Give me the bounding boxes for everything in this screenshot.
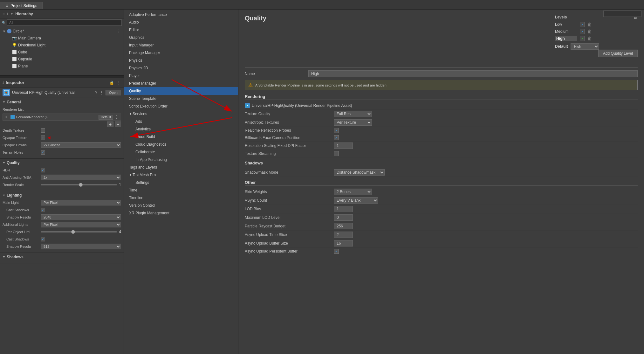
open-button[interactable]: Open (106, 90, 121, 95)
hierarchy-tree: ▼ Circle* ⋮ ▶ 📷 Main Camera (0, 27, 124, 75)
shadow-resol-dropdown[interactable]: 2048 (41, 214, 121, 220)
level-medium-delete-icon[interactable]: 🗑 (587, 29, 592, 34)
nav-scene-template[interactable]: Scene Template (124, 95, 238, 102)
lock-icon[interactable]: 🔒 (109, 80, 114, 85)
anti-aliasing-dropdown[interactable]: 2x (41, 175, 121, 180)
shadow-resol2-dropdown[interactable]: 512 (41, 244, 121, 249)
nav-settings[interactable]: Settings (124, 179, 238, 186)
component-header: Universal RP-High Quality (Universal ? ⋮… (0, 87, 124, 98)
additional-lights-dropdown[interactable]: Per Pixel (41, 222, 121, 227)
add-quality-level-button[interactable]: Add Quality Level (598, 50, 638, 57)
skin-weights-dropdown[interactable]: 2 Bones (334, 189, 372, 195)
nav-preset-manager[interactable]: Preset Manager (124, 80, 238, 87)
nav-editor[interactable]: Editor (124, 26, 238, 34)
opaque-downs-dropdown[interactable]: 2x Bilinear (41, 142, 121, 148)
nav-cloud-diagnostics[interactable]: Cloud Diagnostics (124, 141, 238, 148)
nav-cloud-build[interactable]: Cloud Build (124, 133, 238, 141)
main-light-dropdown[interactable]: Per Pixel (41, 200, 121, 205)
inspector-panel: ℹ Inspector 🔒 ⋮ Universal RP-High Qual (0, 78, 124, 354)
anisotropic-dropdown[interactable]: Per Texture (334, 119, 372, 126)
nav-analytics[interactable]: Analytics (124, 125, 238, 133)
render-scale-slider[interactable] (41, 184, 117, 185)
texture-quality-dropdown[interactable]: Full Res (334, 111, 372, 117)
default-button[interactable]: Default (99, 115, 113, 120)
async-upload-buffer-row: Async Upload Buffer Size 16 (245, 239, 638, 248)
async-persistent-checkbox[interactable] (334, 249, 339, 254)
tree-kebab-icon[interactable]: ⋮ (117, 29, 121, 34)
nav-adaptive-performance[interactable]: Adaptive Performance (124, 11, 238, 18)
nav-textmesh-pro[interactable]: ▼ TextMesh Pro (124, 171, 238, 179)
nav-tags-and-layers[interactable]: Tags and Layers (124, 163, 238, 171)
tree-item-main-camera[interactable]: ▶ 📷 Main Camera (0, 35, 124, 42)
shadows-section-title: Shadows (3, 255, 121, 259)
settings-nav: Adaptive Performance Audio Editor Graphi… (124, 10, 238, 354)
nav-timeline[interactable]: Timeline (124, 194, 238, 202)
tree-item-cube[interactable]: ▶ ⬜ Cube (0, 49, 124, 56)
hierarchy-lock-icon[interactable]: ⋯ (116, 11, 121, 17)
billboards-checkbox[interactable] (334, 135, 339, 140)
texture-streaming-checkbox[interactable] (334, 151, 339, 156)
main-light-row: Main Light Per Pixel (3, 199, 121, 206)
level-low-delete-icon[interactable]: 🗑 (587, 22, 592, 27)
level-low-checkbox[interactable] (580, 22, 585, 27)
nav-physics-2d[interactable]: Physics 2D (124, 64, 238, 72)
nav-xr-plugin-management[interactable]: XR Plugin Management (124, 209, 238, 217)
terrain-holes-checkbox[interactable] (41, 150, 45, 155)
add-remove-row: + − (3, 121, 121, 127)
shadowmask-dropdown[interactable]: Distance Shadowmask (334, 169, 385, 176)
name-input[interactable] (308, 70, 638, 77)
level-medium-checkbox[interactable] (580, 29, 585, 34)
hierarchy-dropdown-icon[interactable]: ▼ (10, 12, 13, 16)
tab-project-settings[interactable]: ⚙ Project Settings (0, 2, 43, 9)
nav-version-control[interactable]: Version Control (124, 202, 238, 209)
component-help-icon[interactable]: ? (95, 90, 97, 95)
cast-shadows2-checkbox[interactable] (41, 237, 45, 241)
nav-time[interactable]: Time (124, 186, 238, 194)
per-object-slider[interactable] (41, 231, 117, 233)
hierarchy-add-icon[interactable]: + (6, 11, 9, 17)
nav-player[interactable]: Player (124, 72, 238, 80)
nav-quality[interactable]: Quality (124, 87, 238, 95)
vsync-dropdown[interactable]: Every V Blank (334, 197, 378, 204)
renderer-kebab-icon[interactable]: ⋮ (114, 115, 119, 120)
tree-item-plane[interactable]: ▶ ⬜ Plane (0, 63, 124, 70)
tree-item-capsule[interactable]: ▶ ⬜ Capsule (0, 56, 124, 63)
level-high-delete-icon[interactable]: 🗑 (587, 36, 592, 41)
level-high-checkbox[interactable]: ✓ (580, 36, 585, 41)
nav-in-app-purchasing[interactable]: In-App Purchasing (124, 156, 238, 163)
nav-script-execution-order[interactable]: Script Execution Order (124, 102, 238, 110)
light-icon: 💡 (12, 43, 17, 47)
cast-shadows-checkbox[interactable] (41, 208, 45, 212)
nav-audio[interactable]: Audio (124, 18, 238, 26)
hierarchy-search-input[interactable] (7, 19, 122, 26)
default-row: Default High Low Medium (555, 43, 638, 50)
realtime-reflection-checkbox[interactable] (334, 128, 339, 133)
nav-ads[interactable]: Ads (124, 118, 238, 125)
rendering-pipeline-row: UniversalRP-HighQuality (Universal Rende… (245, 102, 638, 110)
texture-streaming-row: Texture Streaming (245, 150, 638, 157)
inspector-kebab-icon[interactable]: ⋮ (117, 80, 121, 85)
nav-physics[interactable]: Physics (124, 57, 238, 64)
depth-texture-row: Depth Texture (3, 127, 121, 134)
levels-table: Levels 🖥 Low 🗑 Medium (555, 15, 638, 50)
search-input[interactable] (603, 10, 641, 17)
nav-package-manager[interactable]: Package Manager (124, 49, 238, 57)
hdr-checkbox[interactable] (41, 168, 45, 172)
async-upload-persistent-row: Async Upload Persistent Buffer (245, 248, 638, 255)
depth-texture-checkbox[interactable] (41, 128, 45, 133)
quality-divider (245, 67, 638, 68)
nav-collaborate[interactable]: Collaborate (124, 148, 238, 156)
component-kebab-icon[interactable]: ⋮ (99, 90, 104, 95)
default-dropdown[interactable]: High Low Medium (571, 43, 599, 50)
hierarchy-collapse-icon[interactable]: ≡ (3, 12, 5, 16)
nav-input-manager[interactable]: Input Manager (124, 41, 238, 49)
hierarchy-title: Hierarchy (15, 12, 116, 16)
tree-item-circle[interactable]: ▼ Circle* ⋮ (0, 28, 124, 35)
remove-renderer-button[interactable]: − (115, 121, 121, 127)
render-scale-thumb[interactable] (79, 183, 83, 187)
tree-item-directional-light[interactable]: ▶ 💡 Directional Light (0, 42, 124, 49)
nav-services[interactable]: ▼ Services (124, 110, 238, 118)
nav-graphics[interactable]: Graphics (124, 34, 238, 41)
opaque-texture-checkbox[interactable] (41, 135, 45, 140)
add-renderer-button[interactable]: + (107, 121, 113, 127)
